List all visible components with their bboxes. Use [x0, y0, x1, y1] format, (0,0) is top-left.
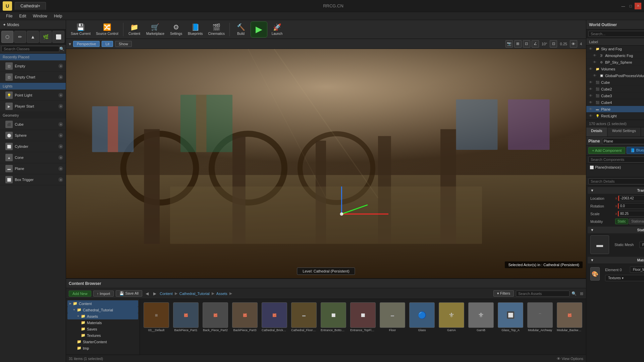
class-item-plane[interactable]: ▬ Plane ⊕ — [0, 163, 66, 174]
breadcrumb-forward[interactable]: ▶ — [152, 291, 158, 297]
class-item-cylinder[interactable]: ⬜ Cylinder ⊕ — [0, 141, 66, 152]
breadcrumb-content[interactable]: Content — [160, 292, 173, 296]
asset-glass[interactable]: 🔵 Glass — [408, 302, 436, 352]
outliner-search-input[interactable] — [588, 31, 644, 37]
show-button[interactable]: Show — [115, 41, 132, 47]
ol-global-pp[interactable]: 👁 🔲 GlobalPostProcessVolume PostProcessV… — [586, 72, 644, 79]
asset-entrance-bottom[interactable]: ⬜ Entrance_BottomFloor — [320, 302, 347, 352]
save-all-button[interactable]: 💾 Save All — [116, 290, 142, 297]
asset-cathedral-brick[interactable]: 🧱 Cathedral_Brick_Generator — [261, 302, 288, 352]
transform-header[interactable]: ▼ Transform — [588, 187, 644, 194]
world-settings-tab[interactable]: World Settings — [607, 127, 641, 136]
close-button[interactable]: ✕ — [635, 3, 641, 9]
vp-scale-icon[interactable]: ⊡ — [550, 40, 557, 48]
vp-camera-icon[interactable]: 📷 — [505, 40, 513, 48]
detail-search-input[interactable] — [588, 178, 644, 184]
ol-plane[interactable]: 👁 ▬ Plane StaticMeshActor — [586, 106, 644, 113]
details-tab[interactable]: Details — [586, 127, 607, 136]
tree-item-textures[interactable]: 📁 Textures — [67, 332, 138, 339]
vp-snap-icon[interactable]: ⊡ — [523, 40, 530, 48]
rotation-x-input[interactable] — [618, 203, 644, 209]
category-lights[interactable]: Lights — [0, 83, 66, 90]
material-dropdown[interactable]: Floor_Main_Inst — [630, 266, 644, 273]
category-recently-placed[interactable]: Recently Placed — [0, 54, 66, 61]
filters-button[interactable]: ▾ Filters — [493, 290, 514, 297]
asset-03-default[interactable]: ⊞ 03__Default — [143, 302, 170, 352]
class-item-point-light[interactable]: 💡 Point Light ⊕ — [0, 90, 66, 101]
add-new-button[interactable]: Add New — [69, 291, 91, 297]
vp-dropdown-icon[interactable]: ▾ — [69, 41, 71, 47]
stationary-mobility-btn[interactable]: Stationary — [629, 219, 644, 224]
place-mode-icon[interactable]: ⬡ — [1, 31, 13, 43]
ol-cube3[interactable]: 👁 ⬛ Cube3 StaticMeshActor — [586, 93, 644, 99]
source-control-button[interactable]: 🔀 Source Control — [94, 21, 120, 38]
asset-glass-top-a[interactable]: 🔲 Glass_Top_A — [497, 302, 524, 352]
build-button[interactable]: 🔨 Build — [232, 21, 249, 38]
plane-instance-item[interactable]: ⬜ Plane(Instance) — [586, 164, 644, 171]
tree-item-starter[interactable]: 📁 StarterContent — [67, 339, 138, 345]
foliage-mode-icon[interactable]: 🌿 — [40, 31, 52, 43]
blueprints-button[interactable]: 📘 Blueprints — [186, 21, 205, 38]
viewport[interactable]: Selected Actor(s) in : Cathedral (Persis… — [66, 49, 586, 278]
component-search-input[interactable] — [588, 157, 644, 163]
static-mesh-header[interactable]: ▼ Static Mesh — [588, 227, 644, 233]
ol-cube2[interactable]: 👁 ⬛ Cube2 StaticMeshActor — [586, 86, 644, 93]
texture-dropdown[interactable]: Textures ▾ — [605, 275, 644, 281]
mesh-dropdown[interactable]: Plane — [639, 242, 644, 248]
asset-floor[interactable]: ▬ Floor — [379, 302, 406, 352]
search-assets-icon[interactable]: 🔍 — [572, 291, 577, 296]
asset-backpiece-part1[interactable]: 🧱 BackPiece_Part1 — [172, 302, 200, 352]
category-geometry[interactable]: Geometry — [0, 112, 66, 119]
class-item-cone[interactable]: ▲ Cone ⊕ — [0, 152, 66, 163]
view-options-btn[interactable]: 👁 View Options — [557, 356, 583, 361]
tree-item-content[interactable]: ▶ 📁 Content — [67, 300, 138, 307]
breadcrumb-tutorial[interactable]: Cathedral_Tutorial — [179, 292, 210, 296]
location-x-input[interactable] — [618, 195, 644, 201]
class-item-empty[interactable]: ⊡ Empty ⊕ — [0, 61, 66, 72]
vp-grid-icon[interactable]: ⊞ — [514, 40, 522, 48]
static-mobility-btn[interactable]: Static — [615, 219, 628, 224]
asset-backpiece-part3[interactable]: 🧱 BackPiece_Part3 — [231, 302, 259, 352]
scale-x-input[interactable] — [618, 211, 644, 217]
menu-window[interactable]: Window — [30, 13, 51, 19]
asset-cathedral-floor[interactable]: ▬ Cathedral_Floor_basecol — [290, 302, 318, 352]
class-item-player-start[interactable]: ▶ Player Start ⊕ — [0, 101, 66, 112]
search-assets-input[interactable] — [516, 291, 570, 297]
content-button[interactable]: 📁 Content — [126, 21, 143, 38]
ol-cube4[interactable]: 👁 ⬛ Cube4 StaticMeshActor — [586, 99, 644, 106]
menu-help[interactable]: Help — [51, 13, 66, 19]
launch-button[interactable]: 🚀 Launch — [269, 21, 285, 38]
asset-entrance-top[interactable]: ⬜ Entrance_TopFloor — [349, 302, 377, 352]
breadcrumb-back[interactable]: ◀ — [144, 291, 150, 297]
marketplace-button[interactable]: 🛒 Marketplace — [144, 21, 166, 38]
actor-name-input[interactable] — [602, 138, 644, 144]
menu-edit[interactable]: Edit — [16, 13, 30, 19]
perspective-button[interactable]: Perspective — [73, 41, 100, 47]
add-component-button[interactable]: + Add Component — [588, 147, 625, 154]
blueprint-script-button[interactable]: 📘 Blueprint/Add Script — [627, 147, 644, 154]
mesh-mode-icon[interactable]: ⬜ — [52, 31, 64, 43]
settings-button[interactable]: ⚙ Settings — [168, 21, 184, 38]
tree-item-tmp[interactable]: 📁 tmp — [67, 345, 138, 351]
landscape-mode-icon[interactable]: ▲ — [27, 31, 39, 43]
lit-button[interactable]: Lit — [102, 41, 113, 47]
cinematics-button[interactable]: 🎬 Cinematics — [206, 21, 227, 38]
ol-cube[interactable]: 👁 ⬛ Cube StaticMeshActor — [586, 79, 644, 86]
asset-backpiece-part2[interactable]: 🧱 Back_Piece_Part2 — [202, 302, 229, 352]
play-button[interactable]: ▶ — [251, 21, 267, 38]
class-item-box-trigger[interactable]: ⬜ Box Trigger ⊕ — [0, 174, 66, 185]
tree-item-assets[interactable]: ▼ 📁 Assets — [67, 313, 138, 319]
asset-modular-backwall-a[interactable]: 🧱 Modular_Backwall_A — [556, 302, 583, 352]
menu-file[interactable]: File — [3, 13, 16, 19]
search-classes-input[interactable] — [1, 46, 59, 52]
asset-garna[interactable]: ⚜ GarnA — [438, 302, 465, 352]
ol-sky-fog[interactable]: 👁 📁 Sky and Fog Folder — [586, 46, 644, 52]
maximize-button[interactable]: □ — [627, 3, 634, 9]
tree-item-materials[interactable]: 📁 Materials — [67, 319, 138, 326]
view-options-icon[interactable]: ⊞ — [580, 291, 583, 296]
paint-mode-icon[interactable]: ✏ — [14, 31, 26, 43]
ol-bp-sky-sphere[interactable]: 👁 ⚙ BP_Sky_Sphere Edit BP_Sky_Sphere — [586, 59, 644, 66]
active-tab[interactable]: Cathedral+ — [15, 2, 46, 10]
asset-garnb[interactable]: ⚜ GarnB — [467, 302, 495, 352]
class-item-empty-chart[interactable]: ⊡ Empty Chart ⊕ — [0, 72, 66, 83]
